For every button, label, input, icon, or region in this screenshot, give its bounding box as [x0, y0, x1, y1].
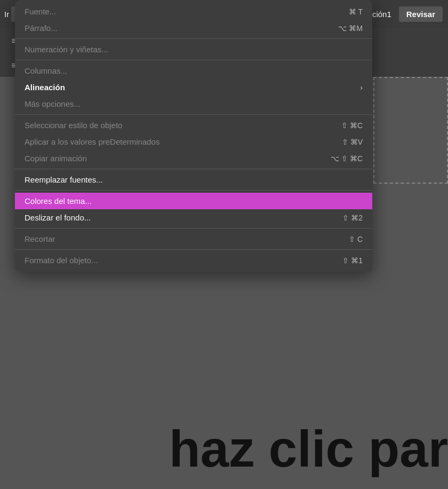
menu-item-colores-tema[interactable]: Colores del tema... [15, 193, 372, 209]
menu-item-parrafo[interactable]: Párrafo... ⌥ ⌘M [15, 20, 372, 36]
menu-item-columnas[interactable]: Columnas... [15, 62, 372, 79]
formato-dropdown-menu: Fuente... ⌘ T Párrafo... ⌥ ⌘M Numeración… [15, 0, 372, 272]
menu-item-formato-objeto[interactable]: Formato del objeto... ⇧ ⌘1 [15, 252, 372, 269]
menu-item-mas-opciones[interactable]: Más opciones... [15, 96, 372, 112]
separator-1 [15, 38, 372, 39]
menu-item-numeracion[interactable]: Numeración y viñetas... [15, 41, 372, 58]
submenu-arrow-icon: › [360, 83, 363, 92]
dropdown-overlay: Fuente... ⌘ T Párrafo... ⌥ ⌘M Numeración… [0, 0, 448, 489]
separator-6 [15, 228, 372, 228]
separator-5 [15, 190, 372, 191]
separator-3 [15, 114, 372, 115]
separator-4 [15, 169, 372, 169]
separator-7 [15, 249, 372, 250]
menu-item-deslizar-fondo[interactable]: Deslizar el fondo... ⇧ ⌘2 [15, 209, 372, 226]
menu-item-seleccionar-estilo[interactable]: Seleccionar estilo de objeto ⇧ ⌘C [15, 117, 372, 133]
menu-item-fuente[interactable]: Fuente... ⌘ T [15, 3, 372, 20]
menu-item-reemplazar-fuentes[interactable]: Reemplazar fuentes... [15, 171, 372, 188]
menu-item-alineacion[interactable]: Alineación › [15, 79, 372, 96]
menu-item-recortar[interactable]: Recortar ⇧ C [15, 231, 372, 247]
menu-item-copiar-animacion[interactable]: Copiar animación ⌥ ⇧ ⌘C [15, 150, 372, 167]
menu-item-aplicar-valores[interactable]: Aplicar a los valores preDeterminados ⇧ … [15, 133, 372, 150]
separator-2 [15, 60, 372, 60]
